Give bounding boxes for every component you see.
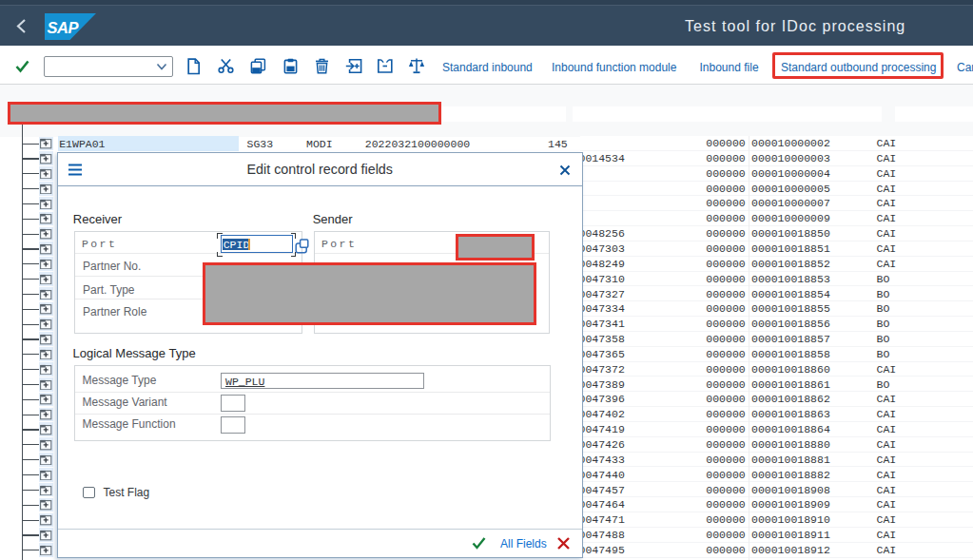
svg-text:SAP: SAP [48, 18, 80, 35]
